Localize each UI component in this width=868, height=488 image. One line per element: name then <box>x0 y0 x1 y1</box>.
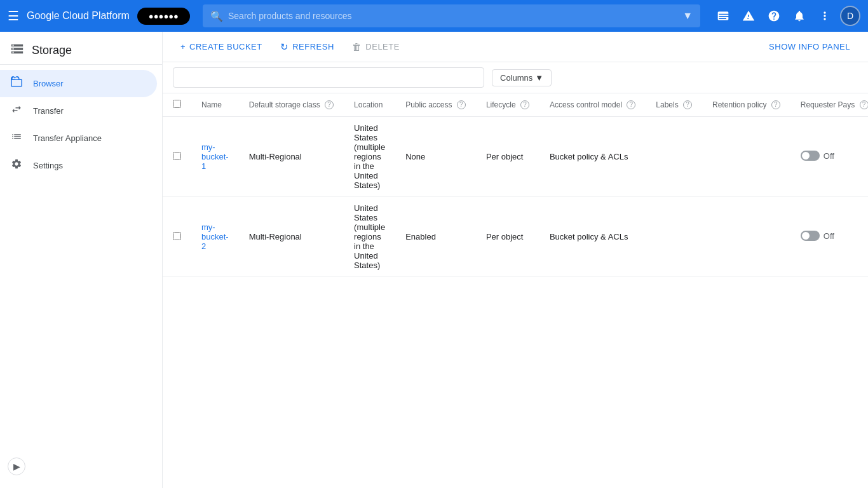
refresh-icon: ↻ <box>280 41 289 53</box>
col-requester-pays: Requester Pays ? <box>790 93 868 117</box>
search-icon: 🔍 <box>210 10 223 22</box>
alert-icon[interactable] <box>738 6 759 26</box>
requester-pays-toggle-0: Off <box>801 151 834 161</box>
col-labels: Labels ? <box>646 93 702 117</box>
sidebar-collapse-button[interactable]: ▶ <box>8 458 25 475</box>
default-storage-class-help-icon[interactable]: ? <box>325 100 334 109</box>
sidebar-item-transfer-label: Transfer <box>33 106 64 116</box>
public-access-enabled-1: Enabled <box>405 232 436 241</box>
bucket-name-link-1[interactable]: my-bucket-2 <box>201 222 229 251</box>
col-name: Name <box>191 93 239 117</box>
columns-label: Columns <box>500 73 532 83</box>
public-access-cell-0: None <box>395 117 476 197</box>
cloud-shell-icon[interactable] <box>713 6 733 26</box>
public-access-none-0: None <box>405 152 425 161</box>
sidebar-item-settings[interactable]: Settings <box>0 152 157 179</box>
bucket-name-cell-0: my-bucket-1 <box>191 117 239 197</box>
search-bar: 🔍 ▼ <box>203 4 700 27</box>
requester-pays-label-1: Off <box>824 231 834 241</box>
requester-pays-label-0: Off <box>824 151 834 161</box>
col-default-storage-class: Default storage class ? <box>239 93 344 117</box>
sidebar-nav: Browser Transfer Transfer Appliance Sett… <box>0 65 162 488</box>
more-options-icon[interactable] <box>815 6 835 26</box>
create-bucket-button[interactable]: + CREATE BUCKET <box>173 38 270 55</box>
retention-policy-cell-1 <box>702 197 790 277</box>
sidebar-item-transfer-appliance[interactable]: Transfer Appliance <box>0 125 157 152</box>
toggle-dot-1 <box>801 231 820 241</box>
location-cell-0: United States (multiple regions in the U… <box>344 117 395 197</box>
select-all-checkbox[interactable] <box>173 100 181 108</box>
transfer-icon <box>10 104 23 118</box>
col-retention-policy: Retention policy ? <box>702 93 790 117</box>
select-all-col <box>163 93 191 117</box>
delete-icon: 🗑 <box>352 41 362 52</box>
delete-button[interactable]: 🗑 DELETE <box>344 37 407 56</box>
nav-icons: D <box>713 6 860 26</box>
search-input[interactable] <box>228 11 682 21</box>
main-content: + CREATE BUCKET ↻ REFRESH 🗑 DELETE SHOW … <box>163 32 868 488</box>
lifecycle-cell-0: Per object <box>476 117 539 197</box>
app-layout: Storage Browser Transfer Transfer Applia… <box>0 32 868 488</box>
sidebar-item-browser-label: Browser <box>33 79 64 88</box>
location-cell-1: United States (multiple regions in the U… <box>344 197 395 277</box>
requester-pays-help-icon[interactable]: ? <box>860 100 869 109</box>
access-control-cell-0: Bucket policy & ACLs <box>539 117 646 197</box>
requester-pays-toggle-1: Off <box>801 231 834 241</box>
access-control-help-icon[interactable]: ? <box>627 100 635 109</box>
labels-help-icon[interactable]: ? <box>683 100 692 109</box>
col-public-access: Public access ? <box>395 93 476 117</box>
show-info-panel-button[interactable]: SHOW INFO PANEL <box>761 38 858 55</box>
access-control-cell-1: Bucket policy & ACLs <box>539 197 646 277</box>
toggle-dot-0 <box>801 151 820 161</box>
row-checkbox-cell <box>163 117 191 197</box>
brand-title: Google Cloud Platform <box>27 10 130 22</box>
filter-input[interactable] <box>173 67 484 88</box>
toolbar: + CREATE BUCKET ↻ REFRESH 🗑 DELETE SHOW … <box>163 32 868 62</box>
sidebar-header: Storage <box>0 32 162 65</box>
table-row: my-bucket-2 Multi-Regional United States… <box>163 197 868 277</box>
search-dropdown-icon[interactable]: ▼ <box>682 10 693 22</box>
row-checkbox-cell <box>163 197 191 277</box>
sidebar-title: Storage <box>32 44 72 57</box>
avatar[interactable]: D <box>840 6 860 26</box>
help-icon[interactable] <box>764 6 784 26</box>
labels-cell-1 <box>646 197 702 277</box>
transfer-appliance-icon <box>10 131 23 146</box>
storage-class-cell-0: Multi-Regional <box>239 117 344 197</box>
col-location: Location <box>344 93 395 117</box>
refresh-button[interactable]: ↻ REFRESH <box>273 37 342 57</box>
bucket-name-cell-1: my-bucket-2 <box>191 197 239 277</box>
col-lifecycle: Lifecycle ? <box>476 93 539 117</box>
filter-row: Columns ▼ <box>163 62 868 93</box>
storage-class-cell-1: Multi-Regional <box>239 197 344 277</box>
lifecycle-cell-1: Per object <box>476 197 539 277</box>
table-container: Name Default storage class ? Location Pu… <box>163 93 868 488</box>
retention-policy-help-icon[interactable]: ? <box>771 100 780 109</box>
browser-icon <box>10 76 23 91</box>
storage-icon <box>10 42 24 59</box>
sidebar-item-transfer[interactable]: Transfer <box>0 97 157 125</box>
project-selector-label: ●●●●●● <box>149 11 179 21</box>
sidebar-item-browser[interactable]: Browser <box>0 70 157 97</box>
lifecycle-help-icon[interactable]: ? <box>520 100 529 109</box>
menu-icon[interactable]: ☰ <box>8 8 19 24</box>
sidebar: Storage Browser Transfer Transfer Applia… <box>0 32 163 488</box>
sidebar-item-settings-label: Settings <box>33 161 63 170</box>
project-selector[interactable]: ●●●●●● <box>137 8 190 25</box>
requester-pays-cell-0: Off <box>790 117 868 197</box>
notifications-icon[interactable] <box>789 6 810 26</box>
row-checkbox-0[interactable] <box>173 152 181 160</box>
sidebar-item-transfer-appliance-label: Transfer Appliance <box>33 133 102 143</box>
create-bucket-icon: + <box>180 42 186 51</box>
top-nav: ☰ Google Cloud Platform ●●●●●● 🔍 ▼ D <box>0 0 868 32</box>
columns-button[interactable]: Columns ▼ <box>492 69 552 86</box>
col-access-control: Access control model ? <box>539 93 646 117</box>
public-access-cell-1: Enabled <box>395 197 476 277</box>
requester-pays-cell-1: Off <box>790 197 868 277</box>
row-checkbox-1[interactable] <box>173 232 181 240</box>
bucket-name-link-0[interactable]: my-bucket-1 <box>201 142 229 171</box>
buckets-table: Name Default storage class ? Location Pu… <box>163 93 868 277</box>
settings-icon <box>10 158 23 173</box>
public-access-help-icon[interactable]: ? <box>457 100 466 109</box>
labels-cell-0 <box>646 117 702 197</box>
